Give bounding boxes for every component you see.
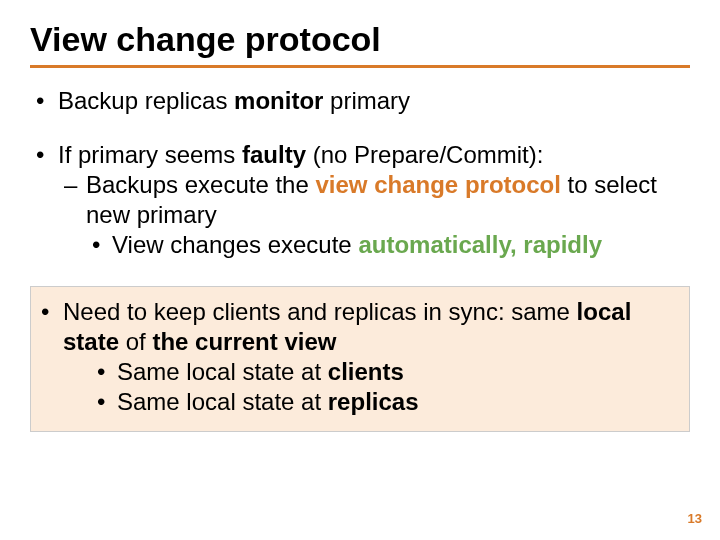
bullet-faulty: If primary seems faulty (no Prepare/Comm… (30, 140, 690, 170)
slide-body: Backup replicas monitor primary If prima… (30, 86, 690, 432)
text: Same local state at (117, 388, 328, 415)
bullet-view-change: Backups execute the view change protocol… (30, 170, 690, 230)
bullet-sync: Need to keep clients and replicas in syn… (35, 297, 685, 357)
text-bold: monitor (234, 87, 323, 114)
text-bold: replicas (328, 388, 419, 415)
text-bold-green: automatically, rapidly (358, 231, 602, 258)
text: Need to keep clients and replicas in syn… (63, 298, 577, 325)
text-bold: clients (328, 358, 404, 385)
page-number: 13 (688, 511, 702, 526)
text-bold: the current view (152, 328, 336, 355)
text-bold: faulty (242, 141, 306, 168)
text: Same local state at (117, 358, 328, 385)
text-bold-orange: view change protocol (315, 171, 560, 198)
text: Backups execute the (86, 171, 315, 198)
text: of (119, 328, 152, 355)
slide-title: View change protocol (30, 20, 690, 68)
text: Backup replicas (58, 87, 234, 114)
bullet-replicas: Same local state at replicas (35, 387, 685, 417)
text: View changes execute (112, 231, 358, 258)
bullet-clients: Same local state at clients (35, 357, 685, 387)
text: (no Prepare/Commit): (306, 141, 543, 168)
bullet-auto-rapid: View changes execute automatically, rapi… (30, 230, 690, 260)
text: If primary seems (58, 141, 242, 168)
highlight-box: Need to keep clients and replicas in syn… (30, 286, 690, 432)
slide: View change protocol Backup replicas mon… (0, 0, 720, 540)
text: primary (323, 87, 410, 114)
bullet-monitor: Backup replicas monitor primary (30, 86, 690, 116)
